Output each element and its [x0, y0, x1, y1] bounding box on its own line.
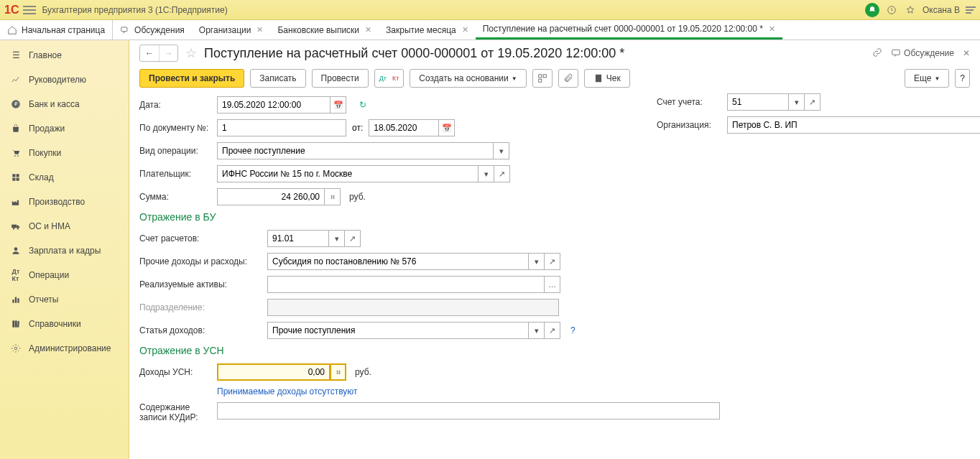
help-button[interactable]: ?	[955, 69, 970, 88]
nav-sales[interactable]: Продажи	[0, 116, 129, 141]
close-button[interactable]: ✕	[963, 48, 970, 58]
tab-discussions[interactable]: Обсуждения	[113, 20, 192, 40]
usn-hint-link[interactable]: Принимаемые доходы отсутствуют	[217, 386, 358, 397]
nav-operations[interactable]: ДтКтОперации	[0, 263, 129, 287]
close-icon[interactable]: ✕	[769, 24, 775, 34]
open-icon[interactable]: ↗	[545, 253, 560, 270]
operation-type-input[interactable]	[217, 142, 494, 159]
notifications-icon[interactable]	[865, 3, 879, 17]
post-and-close-button[interactable]: Провести и закрыть	[139, 69, 244, 88]
svg-rect-16	[17, 298, 19, 302]
tab-organizations[interactable]: Организации ✕	[192, 20, 271, 40]
nav-admin[interactable]: Администрирование	[0, 336, 129, 361]
open-icon[interactable]: ↗	[494, 165, 510, 182]
close-icon[interactable]: ✕	[462, 25, 468, 34]
svg-rect-17	[12, 320, 14, 327]
dropdown-icon[interactable]: ▾	[529, 322, 545, 339]
amount-input[interactable]	[217, 188, 325, 205]
account-input[interactable]	[727, 93, 789, 111]
favorite-star-icon[interactable]: ☆	[185, 45, 197, 61]
payer-input[interactable]	[217, 165, 479, 182]
tab-month-close[interactable]: Закрытие месяца ✕	[379, 20, 476, 40]
svg-rect-24	[538, 79, 541, 82]
nav-production[interactable]: Производство	[0, 190, 129, 214]
calculator-icon[interactable]: ⌗	[325, 188, 341, 205]
nav-reports[interactable]: Отчеты	[0, 287, 129, 312]
svg-rect-1	[121, 27, 127, 31]
refresh-icon[interactable]: ↻	[359, 100, 366, 110]
other-income-input[interactable]	[267, 253, 529, 270]
star-icon[interactable]	[904, 4, 917, 17]
dtkt-button[interactable]: ДтКт	[374, 69, 405, 88]
svg-rect-14	[12, 300, 14, 303]
doc-date-input[interactable]	[369, 119, 439, 136]
history-icon[interactable]	[885, 4, 898, 17]
svg-rect-25	[596, 75, 601, 83]
open-icon[interactable]: ↗	[545, 322, 560, 339]
dropdown-icon[interactable]: ▾	[329, 230, 345, 247]
nav-label: Администрирование	[29, 343, 111, 353]
department-input	[267, 299, 559, 316]
usn-section-title: Отражение в УСН	[139, 345, 970, 356]
chat-icon	[120, 25, 130, 35]
nav-main[interactable]: ☰Главное	[0, 43, 129, 68]
income-item-input[interactable]	[267, 322, 529, 339]
back-button[interactable]: ←	[140, 45, 159, 61]
calculator-icon[interactable]: ⌗	[330, 363, 346, 381]
calendar-icon[interactable]: 📅	[439, 119, 455, 136]
tab-home[interactable]: Начальная страница	[0, 20, 113, 40]
kudir-input[interactable]	[217, 402, 720, 419]
create-based-on-button[interactable]: Создать на основании ▼	[410, 69, 526, 88]
nav-bank[interactable]: ₽Банк и касса	[0, 92, 129, 116]
hamburger-icon[interactable]	[23, 6, 36, 14]
assets-input[interactable]	[267, 276, 545, 293]
doc-number-input[interactable]	[217, 119, 346, 136]
currency-label: руб.	[349, 192, 366, 202]
dtkt-icon: ДтКт	[10, 269, 22, 281]
settlement-account-input[interactable]	[267, 230, 329, 247]
tab-bank-statements[interactable]: Банковские выписки ✕	[270, 20, 379, 40]
tab-document[interactable]: Поступление на расчетный счет 0000-00000…	[476, 20, 782, 40]
app-title: Бухгалтерия предприятия 3 (1С:Предприяти…	[42, 5, 227, 15]
user-name[interactable]: Оксана В	[923, 5, 960, 15]
nav-manager[interactable]: Руководителю	[0, 68, 129, 92]
tab-label: Организации	[199, 25, 251, 35]
discuss-button[interactable]: Обсуждение	[891, 48, 954, 58]
close-icon[interactable]: ✕	[256, 25, 263, 34]
dropdown-icon[interactable]: ▾	[479, 165, 494, 182]
factory-icon	[10, 196, 22, 208]
nav-references[interactable]: Справочники	[0, 312, 129, 336]
forward-button[interactable]: →	[159, 45, 177, 61]
nav-hr[interactable]: Зарплата и кадры	[0, 238, 129, 263]
dropdown-icon[interactable]: ▾	[494, 142, 509, 159]
nav-assets[interactable]: ОС и НМА	[0, 214, 129, 238]
ellipsis-icon[interactable]: …	[545, 276, 560, 293]
open-icon[interactable]: ↗	[345, 230, 361, 247]
organization-input[interactable]	[727, 116, 980, 134]
post-button[interactable]: Провести	[312, 69, 369, 88]
attach-button[interactable]	[558, 69, 578, 88]
tab-label: Начальная страница	[22, 25, 105, 35]
receipt-button[interactable]: Чек	[584, 69, 630, 88]
svg-point-20	[14, 347, 17, 350]
help-icon[interactable]: ?	[570, 325, 575, 335]
settings-lines-icon[interactable]	[966, 6, 976, 14]
operation-type-label: Вид операции:	[139, 146, 211, 156]
svg-point-13	[14, 247, 18, 251]
tab-label: Закрытие месяца	[386, 25, 456, 35]
more-button[interactable]: Еще ▼	[905, 69, 949, 88]
calendar-icon[interactable]: 📅	[330, 96, 346, 113]
save-button[interactable]: Записать	[250, 69, 305, 88]
dropdown-icon[interactable]: ▾	[529, 253, 545, 270]
close-icon[interactable]: ✕	[365, 25, 371, 34]
svg-rect-18	[15, 320, 17, 327]
link-icon[interactable]	[872, 47, 882, 60]
nav-warehouse[interactable]: Склад	[0, 165, 129, 190]
date-input[interactable]	[217, 96, 330, 113]
tab-label: Банковские выписки	[277, 25, 359, 35]
usn-income-input[interactable]	[217, 363, 330, 381]
dropdown-icon[interactable]: ▾	[789, 93, 805, 111]
structure-button[interactable]	[532, 69, 553, 88]
open-icon[interactable]: ↗	[805, 93, 820, 111]
nav-purchases[interactable]: Покупки	[0, 141, 129, 165]
